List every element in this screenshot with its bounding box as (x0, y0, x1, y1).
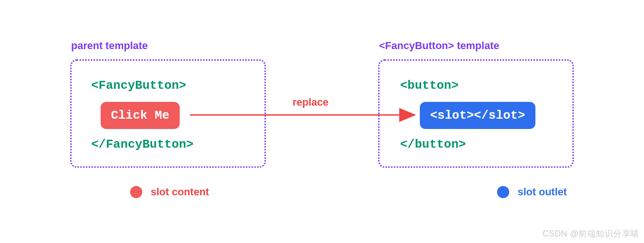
legend-left-text: slot content (151, 186, 209, 198)
diagram-stage: parent template <FancyButton> Click Me <… (0, 0, 644, 243)
red-dot-icon (130, 186, 142, 198)
replace-arrow (0, 0, 644, 243)
watermark: CSDN @前端知识分享喵 (542, 228, 639, 239)
legend-slot-outlet: slot outlet (497, 186, 567, 198)
arrow-label: replace (293, 96, 329, 108)
blue-dot-icon (497, 186, 509, 198)
legend-right-text: slot outlet (518, 186, 567, 198)
legend-slot-content: slot content (130, 186, 209, 198)
